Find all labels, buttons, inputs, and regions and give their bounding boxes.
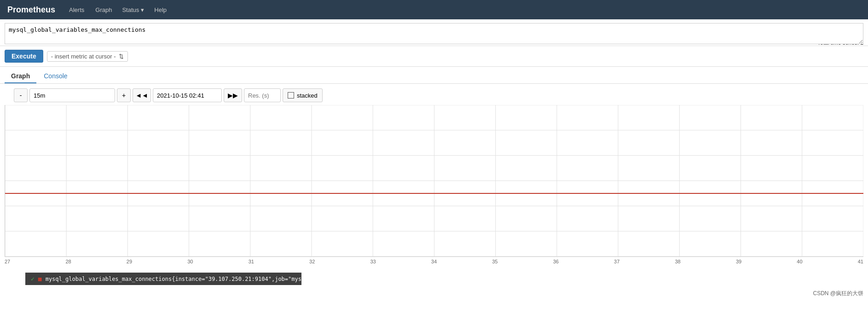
execute-button[interactable]: Execute (5, 50, 43, 63)
x-label-36: 36 (553, 259, 559, 264)
nav-graph[interactable]: Graph (94, 5, 113, 15)
x-label-41: 41 (858, 259, 863, 264)
legend-text: mysql_global_variables_max_connections{i… (46, 276, 348, 282)
x-label-29: 29 (127, 259, 132, 264)
zoom-out-button[interactable]: - (14, 88, 28, 102)
dropdown-chevron-icon: ▾ (141, 6, 144, 13)
x-label-35: 35 (492, 259, 498, 264)
stacked-checkbox-icon (288, 92, 294, 99)
metric-spinner-icon: ⇅ (119, 53, 124, 60)
time-back-button[interactable]: ◄◄ (133, 88, 151, 102)
stacked-button[interactable]: stacked (283, 88, 323, 102)
duration-input[interactable] (29, 88, 115, 102)
navbar: Prometheus Alerts Graph Status ▾ Help (0, 0, 868, 19)
x-label-27: 27 (5, 259, 10, 264)
legend-check: ✓ (31, 275, 35, 282)
legend: ✓ ■ mysql_global_variables_max_connectio… (25, 273, 301, 285)
time-forward-button[interactable]: ▶▶ (224, 88, 242, 102)
metric-selector[interactable]: - insert metric at cursor - ⇅ (47, 51, 128, 62)
tabs: Graph Console (0, 67, 868, 84)
x-label-34: 34 (431, 259, 437, 264)
x-label-31: 31 (249, 259, 254, 264)
query-area: mysql_global_variables_max_connections (0, 19, 868, 46)
time-input[interactable] (153, 88, 222, 102)
nav-status-label: Status (122, 6, 139, 13)
metric-placeholder-label: - insert metric at cursor - (51, 53, 116, 60)
x-label-37: 37 (614, 259, 619, 264)
stacked-label: stacked (297, 92, 318, 99)
footer-text: CSDN @疯狂的大饼 (813, 290, 863, 297)
chart-area: 165 160 155 150 145 140 (0, 105, 868, 271)
controls-row: Execute - insert metric at cursor - ⇅ (0, 46, 868, 67)
x-axis: 27 28 29 30 31 32 33 34 35 36 37 38 39 4… (5, 257, 863, 271)
x-label-39: 39 (736, 259, 741, 264)
x-label-38: 38 (675, 259, 680, 264)
graph-controls: - + ◄◄ ▶▶ stacked (0, 84, 868, 105)
nav-alerts[interactable]: Alerts (68, 5, 85, 15)
resolution-input[interactable] (244, 88, 281, 102)
tab-graph[interactable]: Graph (5, 70, 36, 83)
chart-grid (5, 105, 863, 256)
brand-logo: Prometheus (7, 5, 55, 15)
tab-console[interactable]: Console (37, 70, 74, 83)
x-label-32: 32 (309, 259, 315, 264)
nav-help[interactable]: Help (153, 5, 168, 15)
chart-plot-area (5, 105, 863, 257)
x-label-28: 28 (65, 259, 71, 264)
query-input[interactable]: mysql_global_variables_max_connections (5, 23, 863, 44)
x-label-33: 33 (370, 259, 376, 264)
legend-color-box: ■ (38, 275, 42, 282)
nav-status-dropdown[interactable]: Status ▾ (122, 6, 144, 13)
footer: CSDN @疯狂的大饼 (0, 288, 868, 299)
x-label-40: 40 (797, 259, 802, 264)
zoom-in-button[interactable]: + (117, 88, 131, 102)
x-label-30: 30 (187, 259, 193, 264)
